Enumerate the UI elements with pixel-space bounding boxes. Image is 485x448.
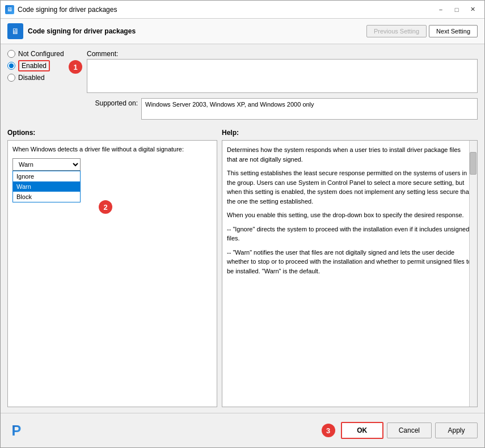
main-window: 🖥 Code signing for driver packages − □ ✕…	[0, 0, 485, 448]
options-help-row: Options: When Windows detects a driver f…	[7, 129, 478, 407]
help-para-1: Determines how the system responds when …	[227, 145, 473, 164]
disabled-option[interactable]: Disabled	[7, 74, 81, 82]
dropdown-wrapper: Ignore Warn Block Ignore Warn Block	[12, 158, 212, 202]
badge-1: 1	[69, 60, 82, 74]
supported-value: Windows Server 2003, Windows XP, and Win…	[145, 101, 314, 108]
enabled-radio[interactable]	[7, 62, 15, 70]
header-bar: 🖥 Code signing for driver packages Previ…	[1, 19, 484, 44]
options-box: When Windows detects a driver file witho…	[7, 140, 217, 407]
radio-group: Not Configured Enabled Disabled 1	[7, 50, 81, 124]
help-title: Help:	[222, 129, 478, 137]
comment-input[interactable]	[87, 59, 478, 93]
options-panel: Options: When Windows detects a driver f…	[7, 129, 217, 407]
top-section: Not Configured Enabled Disabled 1 Commen…	[7, 50, 478, 124]
options-title: Options:	[7, 129, 217, 137]
header-icon: 🖥	[7, 23, 23, 39]
title-bar: 🖥 Code signing for driver packages − □ ✕	[1, 1, 484, 19]
not-configured-radio[interactable]	[7, 50, 15, 58]
comment-label: Comment:	[87, 50, 478, 58]
list-item-warn[interactable]: Warn	[13, 181, 80, 192]
scrollbar-thumb[interactable]	[470, 152, 476, 175]
header-left: 🖥 Code signing for driver packages	[7, 23, 136, 39]
next-setting-button[interactable]: Next Setting	[429, 25, 478, 37]
svg-text:P: P	[12, 422, 22, 438]
driver-response-select[interactable]: Ignore Warn Block	[12, 158, 81, 171]
footer: P 3 OK Cancel Apply	[1, 413, 484, 447]
dropdown-list: Ignore Warn Block	[12, 171, 81, 202]
ok-button[interactable]: OK	[341, 422, 383, 439]
close-button[interactable]: ✕	[465, 3, 480, 16]
supported-label: Supported on:	[87, 98, 138, 107]
header-buttons: Previous Setting Next Setting	[366, 25, 478, 37]
enabled-label: Enabled	[18, 60, 50, 71]
supported-row: Supported on: Windows Server 2003, Windo…	[87, 98, 478, 120]
badge-3: 3	[322, 424, 335, 437]
comment-section: Comment:	[87, 50, 478, 95]
badge-2: 2	[99, 200, 112, 214]
list-item-ignore[interactable]: Ignore	[13, 171, 80, 181]
window-icon: 🖥	[5, 5, 14, 14]
title-bar-controls: − □ ✕	[433, 3, 480, 16]
apply-button[interactable]: Apply	[435, 422, 478, 438]
help-panel: Help: Determines how the system responds…	[222, 129, 478, 407]
list-item-block[interactable]: Block	[13, 192, 80, 202]
help-para-3: When you enable this setting, use the dr…	[227, 210, 473, 220]
window-title: Code signing for driver packages	[18, 6, 117, 14]
minimize-button[interactable]: −	[433, 3, 448, 16]
supported-box: Windows Server 2003, Windows XP, and Win…	[141, 98, 478, 120]
logo-svg: P	[10, 420, 30, 441]
content-area: Not Configured Enabled Disabled 1 Commen…	[1, 44, 484, 413]
scrollbar-track[interactable]	[469, 141, 477, 407]
not-configured-option[interactable]: Not Configured	[7, 50, 81, 58]
not-configured-label: Not Configured	[18, 50, 64, 58]
disabled-radio[interactable]	[7, 74, 15, 82]
cancel-button[interactable]: Cancel	[387, 422, 432, 438]
maximize-button[interactable]: □	[449, 3, 464, 16]
help-para-2: This setting establishes the least secur…	[227, 168, 473, 206]
prev-setting-button[interactable]: Previous Setting	[366, 25, 427, 37]
help-para-5: -- "Warn" notifies the user that files a…	[227, 248, 473, 276]
app-logo: P	[7, 418, 32, 443]
options-description: When Windows detects a driver file witho…	[12, 145, 212, 154]
help-box: Determines how the system responds when …	[222, 140, 478, 407]
title-bar-left: 🖥 Code signing for driver packages	[5, 5, 117, 14]
disabled-label: Disabled	[18, 74, 45, 82]
help-para-4: -- "Ignore" directs the system to procee…	[227, 225, 473, 243]
header-title: Code signing for driver packages	[28, 27, 136, 35]
